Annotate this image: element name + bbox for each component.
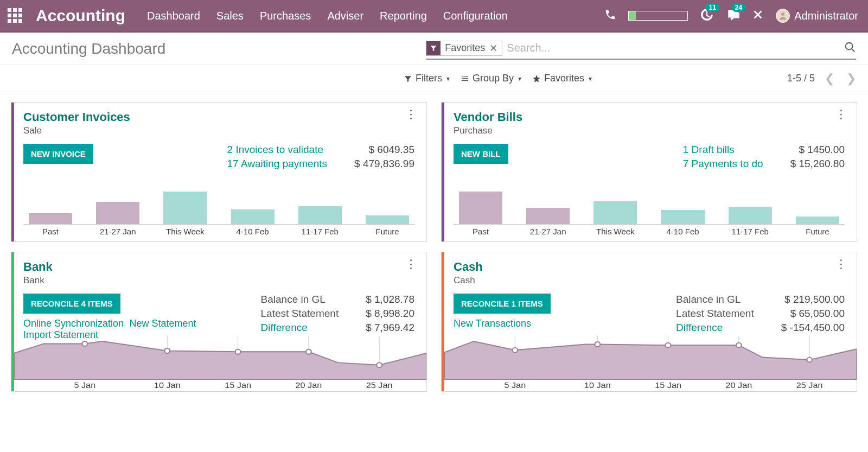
topbar-right: 11 24 Administrator [604, 8, 858, 24]
card-menu-icon[interactable]: ⋯ [407, 258, 414, 269]
kpi-value: $ 479,836.99 [354, 158, 414, 170]
svg-text:15 Jan: 15 Jan [655, 381, 681, 390]
pager-prev[interactable]: ❮ [825, 72, 834, 86]
card-menu-icon[interactable]: ⋯ [407, 109, 414, 119]
svg-text:20 Jan: 20 Jan [295, 381, 322, 390]
nav-purchases[interactable]: Purchases [260, 10, 311, 22]
svg-point-15 [376, 362, 382, 367]
favorites-dropdown[interactable]: Favorites▾ [532, 73, 592, 84]
svg-point-24 [595, 342, 600, 347]
row-label: Balance in GL [676, 294, 754, 305]
new-invoice-button[interactable]: NEW INVOICE [23, 144, 93, 164]
phone-icon[interactable] [604, 9, 616, 23]
svg-text:5 Jan: 5 Jan [504, 381, 526, 390]
card-subtitle: Sale [11, 125, 426, 142]
card-title[interactable]: Vendor Bills [454, 110, 522, 124]
bills-barchart: Past21-27 JanThis Week4-10 Feb11-17 FebF… [454, 192, 845, 238]
card-cash: Cash ⋯ Cash RECONCILE 1 ITEMS New Transa… [441, 252, 857, 392]
nav-adviser[interactable]: Adviser [327, 10, 363, 22]
svg-point-1 [846, 42, 853, 49]
svg-text:25 Jan: 25 Jan [366, 381, 393, 390]
link-new-transactions[interactable]: New Transactions [454, 318, 531, 329]
activities-icon[interactable]: 11 [700, 8, 714, 24]
favorites-label: Favorites [544, 73, 584, 84]
svg-point-0 [781, 12, 784, 16]
search-input[interactable] [507, 42, 856, 54]
nav-reporting[interactable]: Reporting [380, 10, 427, 22]
control-panel-bottom: Filters▾ Group By▾ Favorites▾ 1-5 / 5 ❮ … [0, 65, 868, 92]
svg-text:5 Jan: 5 Jan [74, 381, 95, 390]
implementation-progress[interactable] [628, 11, 688, 21]
facet-remove[interactable]: ✕ [488, 42, 502, 54]
pager: 1-5 / 5 ❮ ❯ [787, 72, 856, 86]
groupby-label: Group By [473, 73, 514, 84]
search-view[interactable]: Favorites ✕ [426, 38, 856, 60]
svg-point-28 [736, 343, 742, 348]
filters-dropdown[interactable]: Filters▾ [404, 73, 450, 84]
card-subtitle: Bank [11, 275, 426, 291]
cash-areachart: 5 Jan10 Jan15 Jan20 Jan25 Jan [444, 332, 857, 391]
topbar: Accounting Dashboard Sales Purchases Adv… [0, 0, 868, 33]
debug-icon[interactable] [752, 9, 764, 23]
pager-next[interactable]: ❯ [846, 72, 856, 86]
reconcile-cash-button[interactable]: RECONCILE 1 ITEMS [454, 294, 551, 314]
reconcile-bank-button[interactable]: RECONCILE 4 ITEMS [23, 294, 120, 314]
dashboard: Customer Invoices ⋯ Sale NEW INVOICE 2 I… [0, 92, 868, 402]
bank-areachart: 5 Jan10 Jan15 Jan20 Jan25 Jan [14, 332, 426, 391]
card-title[interactable]: Cash [454, 260, 483, 274]
svg-text:10 Jan: 10 Jan [154, 381, 181, 390]
avatar [776, 9, 790, 23]
invoices-barchart: Past21-27 JanThis Week4-10 Feb11-17 FebF… [23, 192, 414, 238]
user-menu[interactable]: Administrator [776, 9, 858, 23]
svg-text:15 Jan: 15 Jan [225, 381, 251, 390]
link-online-sync[interactable]: Online Synchronization [23, 318, 124, 329]
groupby-dropdown[interactable]: Group By▾ [461, 73, 521, 84]
apps-icon[interactable] [8, 8, 23, 23]
card-subtitle: Cash [442, 275, 857, 291]
svg-text:25 Jan: 25 Jan [796, 381, 823, 390]
kpi-awaiting-payments[interactable]: 17 Awaiting payments [227, 158, 328, 170]
svg-text:10 Jan: 10 Jan [584, 381, 611, 390]
link-new-statement[interactable]: New Statement [130, 318, 196, 329]
card-menu-icon[interactable]: ⋯ [838, 258, 845, 269]
kpi-invoices-to-validate[interactable]: 2 Invoices to validate [227, 144, 328, 156]
new-bill-button[interactable]: NEW BILL [454, 144, 508, 164]
svg-point-26 [666, 343, 671, 348]
card-customer-invoices: Customer Invoices ⋯ Sale NEW INVOICE 2 I… [11, 102, 427, 242]
kpi-value: $ 1450.00 [790, 144, 845, 156]
pager-value[interactable]: 1-5 / 5 [787, 73, 815, 84]
activities-badge: 11 [706, 3, 719, 12]
user-name: Administrator [794, 10, 858, 22]
control-panel-top: Accounting Dashboard Favorites ✕ [0, 33, 868, 65]
facet-favorites[interactable]: Favorites ✕ [426, 41, 502, 56]
facet-label: Favorites [441, 42, 488, 54]
row-value: $ 1,028.78 [366, 294, 414, 305]
breadcrumb: Accounting Dashboard [12, 40, 165, 58]
svg-point-30 [807, 358, 812, 362]
svg-point-7 [82, 341, 87, 346]
svg-point-9 [164, 348, 170, 353]
funnel-icon [426, 41, 441, 55]
svg-text:20 Jan: 20 Jan [725, 381, 752, 390]
nav-sales[interactable]: Sales [216, 10, 244, 22]
card-menu-icon[interactable]: ⋯ [838, 109, 845, 119]
filters-label: Filters [416, 73, 442, 84]
row-value: $ 8,998.20 [366, 308, 414, 320]
search-icon[interactable] [844, 41, 856, 55]
row-label: Balance in GL [261, 294, 339, 305]
app-title: Accounting [36, 7, 125, 25]
card-subtitle: Purchase [442, 125, 857, 142]
messages-badge: 24 [732, 3, 745, 12]
nav-menu: Dashboard Sales Purchases Adviser Report… [147, 10, 508, 22]
kpi-value: $ 15,260.80 [790, 158, 845, 170]
messages-icon[interactable]: 24 [726, 8, 740, 24]
kpi-payments-to-do[interactable]: 7 Payments to do [683, 158, 763, 170]
card-bank: Bank ⋯ Bank RECONCILE 4 ITEMS Online Syn… [11, 252, 427, 392]
nav-dashboard[interactable]: Dashboard [147, 10, 200, 22]
nav-configuration[interactable]: Configuration [443, 10, 508, 22]
card-title[interactable]: Customer Invoices [23, 110, 130, 124]
card-title[interactable]: Bank [23, 260, 53, 274]
svg-point-11 [235, 349, 241, 354]
row-label: Latest Statement [261, 308, 339, 320]
kpi-draft-bills[interactable]: 1 Draft bills [683, 144, 763, 156]
